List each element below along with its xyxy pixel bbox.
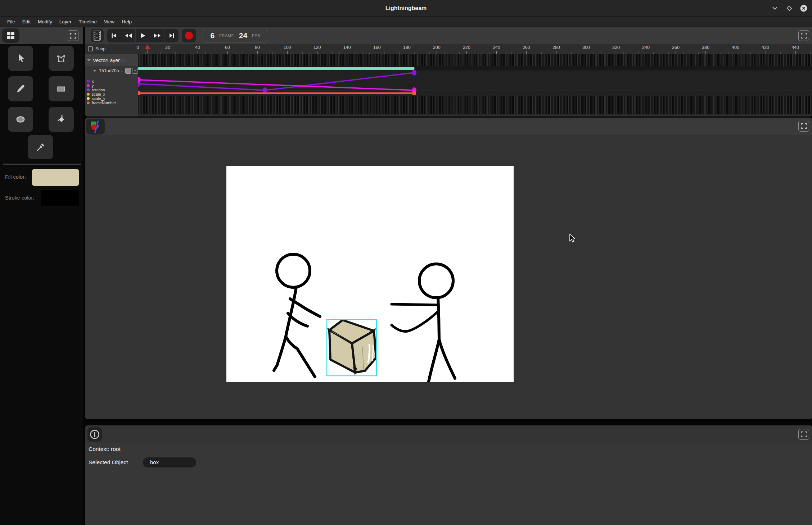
close-icon[interactable] xyxy=(799,3,808,13)
maximize-icon[interactable] xyxy=(784,3,794,13)
tools-panel-header xyxy=(0,27,83,44)
layer-tween-button[interactable]: ~ xyxy=(132,68,138,74)
select-tool-button[interactable] xyxy=(8,46,33,71)
collapse-triangle-icon[interactable] xyxy=(93,70,96,72)
ruler-label: 400 xyxy=(732,45,739,50)
skip-start-icon xyxy=(110,32,118,39)
ruler-label: 20 xyxy=(165,45,170,50)
minimize-icon[interactable] xyxy=(770,3,780,13)
selected-object-value[interactable]: box xyxy=(143,457,196,467)
menu-view[interactable]: View xyxy=(100,19,118,24)
layer-row-vectorlayer[interactable]: VectorLayer [L] xyxy=(85,54,138,66)
frame-unit-label: FRAME xyxy=(219,33,234,38)
ruler-tick xyxy=(766,51,766,54)
canvas-expand-button[interactable] xyxy=(798,121,809,132)
rectangle-icon xyxy=(56,83,67,94)
fast-forward-button[interactable] xyxy=(150,29,164,42)
ruler-label: 160 xyxy=(373,45,381,50)
ruler-tick xyxy=(795,51,796,54)
rectangle-tool-button[interactable] xyxy=(49,76,74,101)
eyedropper-tool-button[interactable] xyxy=(28,135,53,159)
ruler-tick xyxy=(705,51,706,54)
timeline-ruler[interactable]: Snap 02040608010012014016018020022024026… xyxy=(85,44,812,54)
layer-visibility-swatch[interactable] xyxy=(125,68,131,74)
stick-figure-right[interactable] xyxy=(392,264,455,382)
timeline-expand-button[interactable] xyxy=(798,30,809,41)
property-name: scale_x xyxy=(92,92,105,96)
ruler-label: 300 xyxy=(582,45,590,50)
timeline-property-rotation[interactable]: rotation xyxy=(87,88,105,92)
skip-end-icon xyxy=(168,32,175,39)
transform-tool-button[interactable] xyxy=(49,46,74,71)
ruler-label: 280 xyxy=(552,45,560,50)
stroke-color-label: Stroke color: xyxy=(5,195,34,201)
ruler-tick xyxy=(168,51,168,54)
property-name: scale_y xyxy=(92,96,105,101)
timeline-property-scale_x[interactable]: scale_x xyxy=(87,92,105,96)
animation-curves[interactable] xyxy=(138,54,812,117)
scene-logo-icon xyxy=(89,120,102,133)
ruler-tick xyxy=(466,51,467,54)
ruler-tick xyxy=(736,51,736,54)
expand-icon xyxy=(801,432,807,437)
fill-color-swatch[interactable] xyxy=(32,169,79,186)
menu-help[interactable]: Help xyxy=(118,19,135,24)
ruler-label: 140 xyxy=(343,45,351,50)
timeline-property-frameNumber[interactable]: frameNumber xyxy=(87,101,116,105)
stroke-color-swatch[interactable] xyxy=(41,190,79,206)
menu-edit[interactable]: Edit xyxy=(19,19,34,24)
property-color-dot xyxy=(87,88,90,91)
ellipse-tool-button[interactable] xyxy=(8,107,33,132)
expand-icon xyxy=(801,33,807,38)
skip-to-end-button[interactable] xyxy=(164,29,179,42)
ellipse-icon xyxy=(15,114,26,125)
frame-counter: 6 FRAME 24 FPS xyxy=(203,29,268,42)
playhead-stem xyxy=(147,49,148,54)
record-button[interactable] xyxy=(182,29,196,42)
collapse-triangle-icon[interactable] xyxy=(87,59,91,61)
property-list: xyrotationscale_xscale_yframeNumber xyxy=(85,75,138,117)
playhead[interactable] xyxy=(148,44,150,54)
export-film-button[interactable] xyxy=(91,29,104,42)
info-icon xyxy=(90,429,100,439)
timeline-property-y[interactable]: y xyxy=(87,83,94,88)
window-title: Lightningbeam xyxy=(0,0,812,16)
ruler-label: 240 xyxy=(493,45,500,50)
ruler-tick xyxy=(646,51,646,54)
film-icon xyxy=(94,31,101,41)
layer-row-object[interactable]: 151ad70a… ~ xyxy=(85,66,138,75)
scene-tab[interactable] xyxy=(86,119,105,134)
pencil-icon xyxy=(15,83,26,94)
skip-to-start-button[interactable] xyxy=(107,29,121,42)
grid-view-button[interactable] xyxy=(2,28,19,43)
timeline-property-x[interactable]: x xyxy=(87,79,94,83)
transport-controls xyxy=(107,29,179,42)
keyframe-track-area[interactable] xyxy=(138,54,812,117)
menu-file[interactable]: File xyxy=(4,19,19,24)
ruler-label: 440 xyxy=(791,45,799,50)
inspector-expand-button[interactable] xyxy=(798,429,809,440)
ruler-tick xyxy=(287,51,288,54)
menu-modify[interactable]: Modify xyxy=(34,19,56,24)
tools-expand-button[interactable] xyxy=(68,30,78,41)
rewind-button[interactable] xyxy=(121,29,136,42)
paint-bucket-tool-button[interactable] xyxy=(49,107,74,132)
ruler-tick xyxy=(138,51,138,54)
menu-timeline[interactable]: Timeline xyxy=(75,19,101,24)
pencil-tool-button[interactable] xyxy=(8,76,33,101)
fill-color-label: Fill color: xyxy=(5,174,26,180)
stage[interactable] xyxy=(226,166,514,382)
play-button[interactable] xyxy=(136,29,150,42)
ruler-tick xyxy=(676,51,676,54)
menu-layer[interactable]: Layer xyxy=(56,19,75,24)
ruler-tick xyxy=(437,51,437,54)
info-button[interactable] xyxy=(87,427,102,442)
ruler-label: 180 xyxy=(403,45,411,50)
property-name: frameNumber xyxy=(92,101,116,105)
stick-figure-left[interactable] xyxy=(274,254,320,377)
property-color-dot xyxy=(87,97,90,100)
layer-name: VectorLayer xyxy=(93,58,120,63)
ruler-label: 260 xyxy=(523,45,530,50)
timeline-property-scale_y[interactable]: scale_y xyxy=(87,96,105,101)
box-object[interactable] xyxy=(327,320,376,376)
